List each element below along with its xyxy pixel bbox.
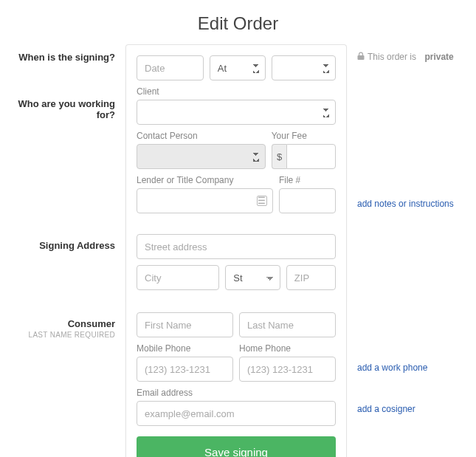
label-client: Client: [137, 86, 336, 97]
fee-input[interactable]: [286, 144, 336, 169]
page-title: Edit Order: [0, 0, 476, 44]
add-notes-link[interactable]: add notes or instructions: [357, 199, 454, 209]
home-phone-input[interactable]: [239, 357, 336, 382]
privacy-indicator: This order is private: [357, 52, 465, 62]
lock-icon: [357, 52, 365, 62]
at-select[interactable]: At: [210, 55, 266, 80]
client-select[interactable]: [137, 100, 336, 125]
time-select[interactable]: [272, 55, 336, 80]
save-button[interactable]: Save signing: [137, 436, 336, 457]
label-signing-time: When is the signing?: [18, 52, 115, 63]
date-input[interactable]: [137, 55, 204, 80]
label-working-for: Who are you working for?: [18, 98, 115, 120]
first-name-input[interactable]: [137, 312, 233, 337]
label-consumer-sub: LAST NAME REQUIRED: [0, 331, 115, 339]
mobile-phone-input[interactable]: [137, 357, 233, 382]
contact-person-select[interactable]: [137, 144, 266, 169]
currency-icon: $: [272, 144, 287, 169]
address-book-icon[interactable]: ☰: [257, 196, 267, 206]
label-signing-address: Signing Address: [39, 240, 115, 251]
label-consumer: Consumer: [68, 318, 115, 329]
label-mobile-phone: Mobile Phone: [137, 343, 233, 354]
email-input[interactable]: [137, 401, 336, 426]
label-contact-person: Contact Person: [137, 131, 266, 141]
label-file-no: File #: [279, 175, 336, 185]
add-cosigner-link[interactable]: add a cosigner: [357, 404, 465, 414]
label-your-fee: Your Fee: [272, 131, 336, 141]
file-no-input[interactable]: [279, 188, 336, 213]
state-select[interactable]: St: [225, 265, 280, 290]
city-input[interactable]: [137, 265, 219, 290]
add-work-phone-link[interactable]: add a work phone: [357, 362, 465, 373]
zip-input[interactable]: [286, 265, 336, 290]
lender-input[interactable]: [137, 188, 273, 213]
street-input[interactable]: [137, 234, 336, 259]
label-home-phone: Home Phone: [239, 343, 336, 354]
last-name-input[interactable]: [239, 312, 336, 337]
label-lender: Lender or Title Company: [137, 175, 273, 185]
label-email: Email address: [137, 388, 336, 398]
